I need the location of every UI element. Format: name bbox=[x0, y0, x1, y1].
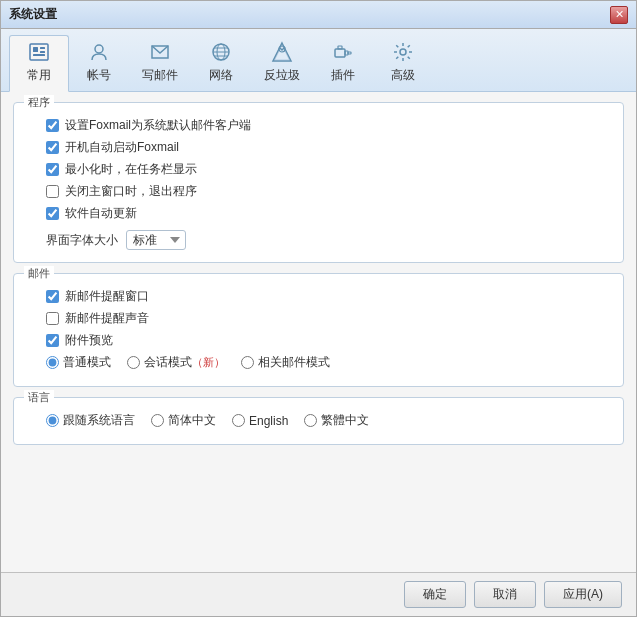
mail-section-body: 新邮件提醒窗口 新邮件提醒声音 附件预览 普通模式 bbox=[26, 288, 611, 371]
tab-network[interactable]: 网络 bbox=[191, 35, 251, 91]
chk-close-exit[interactable] bbox=[46, 185, 59, 198]
chk-notify-window-label: 新邮件提醒窗口 bbox=[65, 288, 149, 305]
content-area: 程序 设置Foxmail为系统默认邮件客户端 开机自动启动Foxmail 最小化… bbox=[1, 92, 636, 572]
mode-conversation-label: 会话模式（新） bbox=[144, 354, 225, 371]
chk-notify-sound-label: 新邮件提醒声音 bbox=[65, 310, 149, 327]
program-section: 程序 设置Foxmail为系统默认邮件客户端 开机自动启动Foxmail 最小化… bbox=[13, 102, 624, 263]
tab-account-icon bbox=[87, 40, 111, 64]
lang-english-item[interactable]: English bbox=[232, 414, 288, 428]
svg-point-16 bbox=[400, 49, 406, 55]
mode-conversation-item[interactable]: 会话模式（新） bbox=[127, 354, 225, 371]
ok-button[interactable]: 确定 bbox=[404, 581, 466, 608]
tab-spam-icon bbox=[270, 40, 294, 64]
font-size-row: 界面字体大小 标准 大 超大 bbox=[26, 230, 611, 250]
window-title: 系统设置 bbox=[9, 6, 57, 23]
tab-compose-label: 写邮件 bbox=[142, 67, 178, 84]
apply-button[interactable]: 应用(A) bbox=[544, 581, 622, 608]
chk-autostart[interactable] bbox=[46, 141, 59, 154]
cancel-button[interactable]: 取消 bbox=[474, 581, 536, 608]
tab-advanced-icon bbox=[391, 40, 415, 64]
checkbox-row-2: 开机自动启动Foxmail bbox=[26, 139, 611, 156]
lang-simplified-label: 简体中文 bbox=[168, 412, 216, 429]
main-window: 系统设置 ✕ 常用 帐号 bbox=[0, 0, 637, 617]
svg-rect-2 bbox=[40, 47, 45, 49]
mail-checkbox-row-3: 附件预览 bbox=[26, 332, 611, 349]
footer: 确定 取消 应用(A) bbox=[1, 572, 636, 616]
checkbox-row-5: 软件自动更新 bbox=[26, 205, 611, 222]
tab-plugins-label: 插件 bbox=[331, 67, 355, 84]
chk-minimize-label: 最小化时，在任务栏显示 bbox=[65, 161, 197, 178]
lang-simplified-radio[interactable] bbox=[151, 414, 164, 427]
title-bar: 系统设置 ✕ bbox=[1, 1, 636, 29]
tab-general-label: 常用 bbox=[27, 67, 51, 84]
chk-default-client-label: 设置Foxmail为系统默认邮件客户端 bbox=[65, 117, 251, 134]
tab-general[interactable]: 常用 bbox=[9, 35, 69, 92]
tab-general-icon bbox=[27, 40, 51, 64]
lang-system-item[interactable]: 跟随系统语言 bbox=[46, 412, 135, 429]
language-row: 跟随系统语言 简体中文 English 繁體中文 bbox=[26, 412, 611, 429]
lang-simplified-item[interactable]: 简体中文 bbox=[151, 412, 216, 429]
font-size-label: 界面字体大小 bbox=[46, 232, 118, 249]
chk-minimize[interactable] bbox=[46, 163, 59, 176]
mode-normal-radio[interactable] bbox=[46, 356, 59, 369]
chk-notify-window[interactable] bbox=[46, 290, 59, 303]
mail-mode-row: 普通模式 会话模式（新） 相关邮件模式 bbox=[26, 354, 611, 371]
tab-plugins[interactable]: 插件 bbox=[313, 35, 373, 91]
lang-traditional-item[interactable]: 繁體中文 bbox=[304, 412, 369, 429]
mail-section: 邮件 新邮件提醒窗口 新邮件提醒声音 附件预览 普通模式 bbox=[13, 273, 624, 387]
tab-spam[interactable]: 反垃圾 bbox=[251, 35, 313, 91]
lang-traditional-radio[interactable] bbox=[304, 414, 317, 427]
svg-rect-12 bbox=[335, 49, 345, 57]
chk-notify-sound[interactable] bbox=[46, 312, 59, 325]
tab-advanced-label: 高级 bbox=[391, 67, 415, 84]
tab-compose[interactable]: 写邮件 bbox=[129, 35, 191, 91]
chk-attachment-preview-label: 附件预览 bbox=[65, 332, 113, 349]
mode-normal-item[interactable]: 普通模式 bbox=[46, 354, 111, 371]
lang-english-radio[interactable] bbox=[232, 414, 245, 427]
language-section-body: 跟随系统语言 简体中文 English 繁體中文 bbox=[26, 412, 611, 429]
program-section-body: 设置Foxmail为系统默认邮件客户端 开机自动启动Foxmail 最小化时，在… bbox=[26, 117, 611, 250]
checkbox-row-3: 最小化时，在任务栏显示 bbox=[26, 161, 611, 178]
svg-rect-0 bbox=[30, 44, 48, 60]
svg-rect-1 bbox=[33, 47, 38, 52]
chk-autoupdate[interactable] bbox=[46, 207, 59, 220]
tab-bar: 常用 帐号 写邮件 bbox=[1, 29, 636, 92]
language-section-title: 语言 bbox=[24, 390, 54, 405]
chk-default-client[interactable] bbox=[46, 119, 59, 132]
svg-rect-4 bbox=[33, 54, 45, 56]
tab-network-icon bbox=[209, 40, 233, 64]
mail-checkbox-row-2: 新邮件提醒声音 bbox=[26, 310, 611, 327]
mail-section-title: 邮件 bbox=[24, 266, 54, 281]
tab-compose-icon bbox=[148, 40, 172, 64]
font-size-select[interactable]: 标准 大 超大 bbox=[126, 230, 186, 250]
mode-normal-label: 普通模式 bbox=[63, 354, 111, 371]
svg-rect-14 bbox=[348, 52, 351, 54]
chk-autostart-label: 开机自动启动Foxmail bbox=[65, 139, 179, 156]
tab-advanced[interactable]: 高级 bbox=[373, 35, 433, 91]
lang-system-label: 跟随系统语言 bbox=[63, 412, 135, 429]
lang-english-label: English bbox=[249, 414, 288, 428]
program-section-title: 程序 bbox=[24, 95, 54, 110]
tab-spam-label: 反垃圾 bbox=[264, 67, 300, 84]
lang-traditional-label: 繁體中文 bbox=[321, 412, 369, 429]
language-section: 语言 跟随系统语言 简体中文 English bbox=[13, 397, 624, 445]
svg-rect-3 bbox=[40, 51, 45, 53]
chk-attachment-preview[interactable] bbox=[46, 334, 59, 347]
checkbox-row-4: 关闭主窗口时，退出程序 bbox=[26, 183, 611, 200]
tab-plugins-icon bbox=[331, 40, 355, 64]
lang-system-radio[interactable] bbox=[46, 414, 59, 427]
chk-autoupdate-label: 软件自动更新 bbox=[65, 205, 137, 222]
svg-rect-15 bbox=[338, 46, 342, 49]
chk-close-exit-label: 关闭主窗口时，退出程序 bbox=[65, 183, 197, 200]
svg-point-5 bbox=[95, 45, 103, 53]
mode-related-item[interactable]: 相关邮件模式 bbox=[241, 354, 330, 371]
mail-checkbox-row-1: 新邮件提醒窗口 bbox=[26, 288, 611, 305]
tab-account-label: 帐号 bbox=[87, 67, 111, 84]
tab-network-label: 网络 bbox=[209, 67, 233, 84]
mode-related-radio[interactable] bbox=[241, 356, 254, 369]
close-button[interactable]: ✕ bbox=[610, 6, 628, 24]
tab-account[interactable]: 帐号 bbox=[69, 35, 129, 91]
mode-related-label: 相关邮件模式 bbox=[258, 354, 330, 371]
checkbox-row-1: 设置Foxmail为系统默认邮件客户端 bbox=[26, 117, 611, 134]
mode-conversation-radio[interactable] bbox=[127, 356, 140, 369]
